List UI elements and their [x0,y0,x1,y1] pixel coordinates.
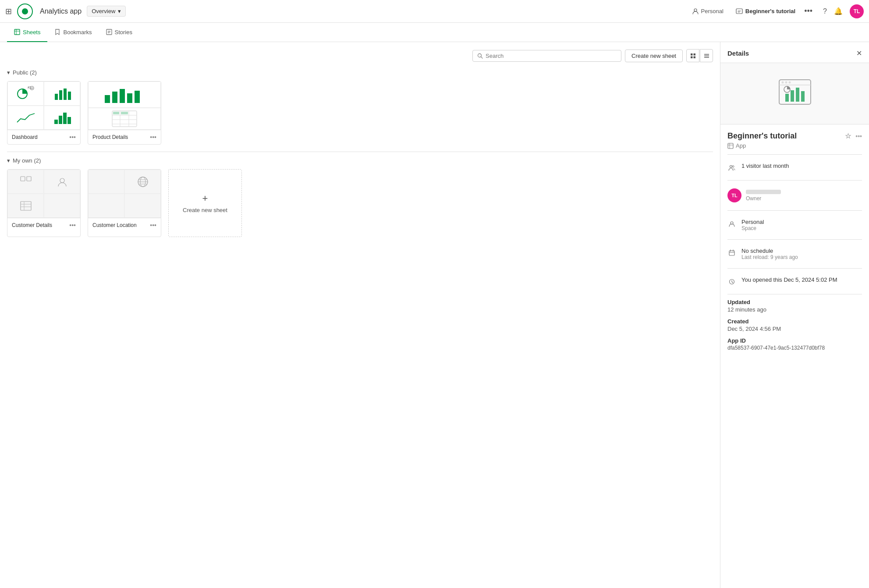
notifications-icon[interactable]: 🔔 [834,7,843,15]
appid-row: App ID dfa58537-6907-47e1-9ac5-132477d0b… [727,337,862,351]
svg-line-12 [481,57,483,58]
stories-tab-label: Stories [115,29,132,35]
person-icon [692,8,699,15]
myown-section-header[interactable]: ▾ My own (2) [7,157,713,164]
grid-icon[interactable]: ⊞ [5,7,12,16]
thumb-globe [136,175,149,188]
sheet-card-customer-location[interactable]: Customer Location ••• [88,169,161,237]
visitors-icon [727,163,736,172]
qlik-logo[interactable] [17,4,33,19]
product-details-thumbnail [88,81,161,130]
owner-role: Owner [746,195,781,202]
chevron-down-icon: ▾ [118,8,121,14]
view-toggle [686,49,713,62]
list-view-icon [704,53,709,59]
owner-row: TL Owner [727,185,862,206]
tutorial-label: Beginner's tutorial [745,8,795,14]
svg-rect-31 [67,117,71,124]
updated-val: 12 minutes ago [727,306,862,313]
thumb-table [111,110,138,128]
tab-sheets[interactable]: Sheets [7,23,47,42]
myown-collapse-icon: ▾ [7,157,10,164]
customer-location-footer: Customer Location ••• [88,218,161,232]
svg-point-1 [22,8,28,14]
owner-avatar: TL [727,188,741,202]
svg-rect-34 [120,89,125,103]
list-view-button[interactable] [700,49,713,62]
details-divider-2 [727,180,862,181]
more-options-icon[interactable]: ••• [804,7,812,16]
details-app-name-row: Beginner's tutorial ☆ ••• [727,131,862,141]
tabbar: Sheets Bookmarks Stories [0,23,869,42]
dashboard-thumbnail: #1 [7,81,80,130]
customer-location-more-icon[interactable]: ••• [150,222,156,229]
tutorial-icon [736,8,743,15]
visitors-label: 1 visitor last month [741,163,789,169]
svg-rect-27 [68,92,71,100]
thumb-chart-1: #1 [16,85,35,103]
help-icon[interactable]: ? [823,7,827,15]
history-icon [727,277,736,286]
details-panel: Details ✕ [720,42,869,588]
space-label: Personal [741,219,764,225]
details-preview [720,63,869,124]
sheet-card-customer-details[interactable]: Customer Details ••• [7,169,81,237]
customer-details-more-icon[interactable]: ••• [69,222,76,229]
svg-point-47 [60,178,64,183]
public-section-header[interactable]: ▾ Public (2) [7,69,713,76]
avatar[interactable]: TL [850,4,864,18]
create-sheet-button[interactable]: Create new sheet [625,50,683,62]
svg-point-61 [788,81,791,83]
space-info: Personal Space [741,219,764,231]
svg-rect-4 [14,29,20,35]
thumb-icon-3 [20,200,32,212]
svg-rect-57 [779,80,811,104]
dashboard-more-icon[interactable]: ••• [69,134,76,141]
customer-details-name: Customer Details [12,222,52,228]
myown-sheets-grid: Customer Details ••• [7,169,713,237]
product-details-more-icon[interactable]: ••• [150,134,156,141]
svg-rect-24 [55,94,58,100]
svg-rect-25 [59,90,62,100]
plus-icon: + [202,193,208,204]
svg-rect-36 [135,91,140,103]
search-box[interactable] [472,50,621,62]
star-icon[interactable]: ☆ [845,132,851,140]
svg-point-59 [781,81,784,83]
updated-key: Updated [727,299,862,305]
create-card-label: Create new sheet [183,207,227,213]
app-type-icon [727,143,734,149]
svg-point-71 [732,166,734,167]
tab-bookmarks[interactable]: Bookmarks [47,23,99,42]
details-app-type-label: App [736,142,746,149]
sheet-card-product-details[interactable]: Product Details ••• [88,81,161,145]
thumb-bar-chart [103,85,146,105]
tab-stories[interactable]: Stories [99,23,139,42]
svg-rect-29 [59,116,62,124]
grid-view-icon [690,53,696,59]
svg-rect-14 [693,53,695,56]
opened-label: You opened this Dec 5, 2024 5:02 PM [741,276,837,283]
svg-rect-28 [54,120,58,124]
search-input[interactable] [486,53,617,59]
space-sub: Space [741,225,764,231]
tutorial-indicator: Beginner's tutorial [736,8,795,15]
grid-view-button[interactable] [686,49,699,62]
details-app-type: App [727,142,862,149]
customer-details-thumbnail [7,170,80,218]
svg-rect-73 [729,251,734,255]
create-new-sheet-card[interactable]: + Create new sheet [168,169,242,237]
sheets-tab-icon [14,29,20,35]
space-row: Personal Space [727,215,862,235]
owner-name-placeholder [746,190,781,194]
sheet-card-dashboard[interactable]: #1 [7,81,81,145]
details-more-icon[interactable]: ••• [855,133,862,140]
thumb-icon-2 [56,176,68,188]
appid-key: App ID [727,337,862,344]
collapse-icon: ▾ [7,69,10,76]
section-divider [7,152,713,152]
details-close-button[interactable]: ✕ [856,49,862,57]
overview-dropdown[interactable]: Overview ▾ [87,6,126,17]
personal-indicator: Personal [692,8,724,15]
svg-rect-63 [791,90,794,102]
